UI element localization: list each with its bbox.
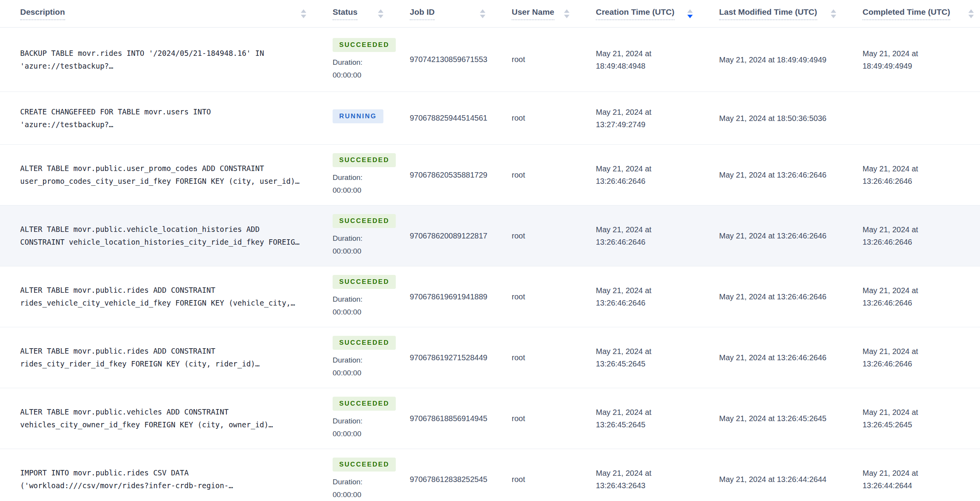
creation-time-line: May 21, 2024 at bbox=[596, 467, 699, 479]
sort-asc-icon bbox=[564, 9, 569, 13]
completed-time: May 21, 2024 at 18:49:49:4949 bbox=[842, 45, 980, 74]
description-line: CONSTRAINT vehicle_location_histories_ci… bbox=[20, 236, 312, 249]
completed-time-line: May 21, 2024 at bbox=[863, 47, 980, 60]
user-name: root bbox=[492, 351, 576, 365]
description-line: vehicles_city_owner_id_fkey FOREIGN KEY … bbox=[20, 418, 312, 431]
jobs-table: Description Status Job ID User Name Crea… bbox=[0, 0, 980, 501]
description-line: 'azure://testbackup?… bbox=[20, 118, 312, 131]
job-status-cell: SUCCEEDED Duration: 00:00:00 bbox=[312, 333, 390, 382]
table-row[interactable]: ALTER TABLE movr.public.vehicles ADD CON… bbox=[0, 388, 980, 449]
job-id: 970678619691941889 bbox=[390, 290, 492, 304]
last-modified-time: May 21, 2024 at 18:49:49:4949 bbox=[699, 51, 842, 68]
creation-time-line: 13:26:45:2645 bbox=[596, 358, 699, 370]
description-line: ALTER TABLE movr.public.user_promo_codes… bbox=[20, 162, 312, 175]
last-modified-time: May 21, 2024 at 13:26:46:2646 bbox=[699, 288, 842, 305]
creation-time-line: 13:26:43:2643 bbox=[596, 479, 699, 492]
sort-asc-icon bbox=[687, 9, 693, 13]
creation-time-line: 13:26:46:2646 bbox=[596, 175, 699, 187]
description-line: CREATE CHANGEFEED FOR TABLE movr.users I… bbox=[20, 105, 312, 118]
column-header-label: Last Modified Time (UTC) bbox=[719, 7, 817, 20]
completed-time: May 21, 2024 at 13:26:45:2645 bbox=[842, 404, 980, 433]
creation-time: May 21, 2024 at 13:26:45:2645 bbox=[576, 343, 699, 372]
duration-label: Duration: bbox=[333, 415, 390, 427]
sort-desc-icon bbox=[564, 15, 569, 18]
description-line: BACKUP TABLE movr.rides INTO '/2024/05/2… bbox=[20, 47, 312, 60]
sort-arrows-icon bbox=[480, 9, 485, 18]
user-name: root bbox=[492, 473, 576, 486]
duration-value: 00:00:00 bbox=[333, 306, 390, 318]
column-header-label: Job ID bbox=[410, 7, 435, 20]
column-header-user-name[interactable]: User Name bbox=[492, 0, 576, 27]
column-header-completed-time-utc[interactable]: Completed Time (UTC) bbox=[842, 0, 980, 27]
job-description: ALTER TABLE movr.public.vehicle_location… bbox=[0, 221, 312, 251]
column-header-creation-time-utc[interactable]: Creation Time (UTC) bbox=[576, 0, 699, 27]
completed-time-line: May 21, 2024 at bbox=[863, 284, 980, 297]
completed-time: May 21, 2024 at 13:26:46:2646 bbox=[842, 221, 980, 250]
creation-time: May 21, 2024 at 18:49:48:4948 bbox=[576, 45, 699, 74]
job-description: ALTER TABLE movr.public.rides ADD CONSTR… bbox=[0, 282, 312, 312]
job-status-cell: SUCCEEDED Duration: 00:00:00 bbox=[312, 151, 390, 199]
job-id: 970742130859671553 bbox=[390, 53, 492, 66]
job-description: BACKUP TABLE movr.rides INTO '/2024/05/2… bbox=[0, 45, 312, 75]
user-name: root bbox=[492, 111, 576, 125]
description-line: rides_vehicle_city_vehicle_id_fkey FOREI… bbox=[20, 297, 312, 309]
status-badge: SUCCEEDED bbox=[333, 336, 396, 350]
description-line: user_promo_codes_city_user_id_fkey FOREI… bbox=[20, 175, 312, 188]
column-header-last-modified-time-utc[interactable]: Last Modified Time (UTC) bbox=[699, 0, 842, 27]
user-name: root bbox=[492, 53, 576, 66]
duration-value: 00:00:00 bbox=[333, 69, 390, 81]
job-id: 970678618856914945 bbox=[390, 412, 492, 425]
completed-time-line: May 21, 2024 at bbox=[863, 406, 980, 418]
last-modified-time-line: May 21, 2024 at 13:26:45:2645 bbox=[719, 412, 842, 425]
column-header-job-id[interactable]: Job ID bbox=[390, 0, 492, 27]
creation-time-line: May 21, 2024 at bbox=[596, 106, 699, 118]
table-row[interactable]: BACKUP TABLE movr.rides INTO '/2024/05/2… bbox=[0, 28, 980, 92]
job-status-cell: SUCCEEDED Duration: 00:00:00 bbox=[312, 212, 390, 260]
sort-arrows-icon bbox=[687, 9, 693, 18]
user-name: root bbox=[492, 412, 576, 425]
status-badge: SUCCEEDED bbox=[333, 458, 396, 472]
column-header-label: Creation Time (UTC) bbox=[596, 7, 675, 20]
last-modified-time-line: May 21, 2024 at 13:26:46:2646 bbox=[719, 230, 842, 242]
last-modified-time-line: May 21, 2024 at 13:26:44:2644 bbox=[719, 473, 842, 485]
last-modified-time: May 21, 2024 at 13:26:44:2644 bbox=[699, 471, 842, 488]
column-header-label: Completed Time (UTC) bbox=[863, 7, 950, 20]
table-row[interactable]: CREATE CHANGEFEED FOR TABLE movr.users I… bbox=[0, 92, 980, 145]
status-badge: SUCCEEDED bbox=[333, 214, 396, 228]
creation-time-line: May 21, 2024 at bbox=[596, 223, 699, 236]
table-row[interactable]: ALTER TABLE movr.public.rides ADD CONSTR… bbox=[0, 327, 980, 388]
table-row[interactable]: IMPORT INTO movr.public.rides CSV DATA (… bbox=[0, 449, 980, 501]
description-line: ALTER TABLE movr.public.rides ADD CONSTR… bbox=[20, 284, 312, 297]
creation-time: May 21, 2024 at 13:26:46:2646 bbox=[576, 221, 699, 250]
creation-time-line: 13:26:46:2646 bbox=[596, 236, 699, 248]
column-header-description[interactable]: Description bbox=[0, 0, 312, 27]
completed-time: May 21, 2024 at 13:26:46:2646 bbox=[842, 343, 980, 372]
job-description: ALTER TABLE movr.public.user_promo_codes… bbox=[0, 160, 312, 190]
last-modified-time-line: May 21, 2024 at 18:49:49:4949 bbox=[719, 54, 842, 66]
completed-time-line: 13:26:46:2646 bbox=[863, 358, 980, 370]
creation-time-line: 13:27:49:2749 bbox=[596, 118, 699, 131]
table-body: BACKUP TABLE movr.rides INTO '/2024/05/2… bbox=[0, 28, 980, 501]
creation-time-line: 13:26:45:2645 bbox=[596, 418, 699, 431]
job-description: ALTER TABLE movr.public.vehicles ADD CON… bbox=[0, 403, 312, 434]
job-status-cell: SUCCEEDED Duration: 00:00:00 bbox=[312, 273, 390, 321]
last-modified-time-line: May 21, 2024 at 13:26:46:2646 bbox=[719, 290, 842, 303]
creation-time: May 21, 2024 at 13:26:46:2646 bbox=[576, 282, 699, 311]
duration-value: 00:00:00 bbox=[333, 184, 390, 197]
creation-time: May 21, 2024 at 13:27:49:2749 bbox=[576, 104, 699, 133]
sort-arrows-icon bbox=[378, 9, 383, 18]
sort-asc-icon bbox=[831, 9, 836, 13]
last-modified-time: May 21, 2024 at 13:26:46:2646 bbox=[699, 227, 842, 244]
completed-time-line: May 21, 2024 at bbox=[863, 223, 980, 236]
table-row[interactable]: ALTER TABLE movr.public.user_promo_codes… bbox=[0, 145, 980, 206]
user-name: root bbox=[492, 290, 576, 304]
creation-time-line: May 21, 2024 at bbox=[596, 162, 699, 175]
last-modified-time: May 21, 2024 at 13:26:46:2646 bbox=[699, 166, 842, 183]
column-header-status[interactable]: Status bbox=[312, 0, 390, 27]
completed-time-line: May 21, 2024 at bbox=[863, 162, 980, 175]
sort-desc-icon bbox=[687, 15, 693, 18]
job-status-cell: RUNNING bbox=[312, 107, 390, 130]
table-row[interactable]: ALTER TABLE movr.public.rides ADD CONSTR… bbox=[0, 266, 980, 327]
sort-desc-icon bbox=[378, 15, 383, 18]
table-row[interactable]: ALTER TABLE movr.public.vehicle_location… bbox=[0, 206, 980, 266]
